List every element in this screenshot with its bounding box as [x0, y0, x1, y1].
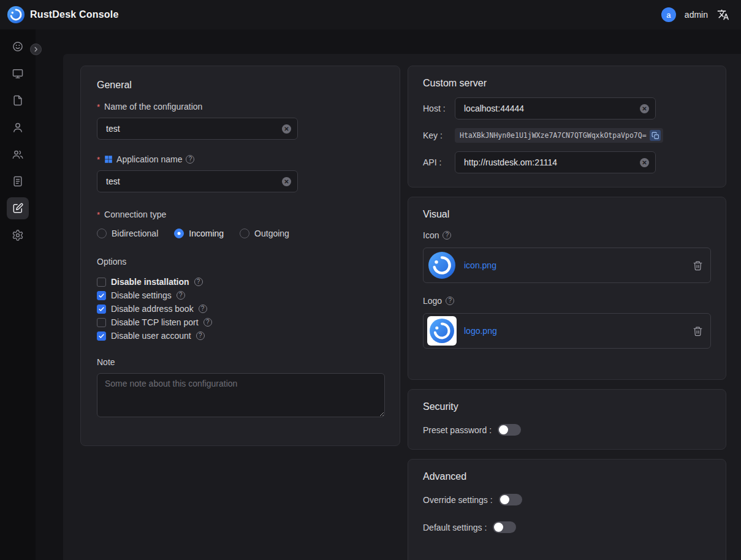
security-title: Security: [423, 401, 711, 412]
default-settings-toggle[interactable]: [493, 521, 516, 533]
logo-file-row: logo.png: [423, 313, 711, 349]
radio-dot[interactable]: [97, 229, 107, 238]
help-icon[interactable]: ?: [196, 331, 205, 340]
radio-dot[interactable]: [174, 229, 184, 238]
default-settings-row: Default settings :: [423, 521, 711, 533]
monitor-icon: [12, 67, 24, 80]
custom-server-card: Custom server Host : ✕ Key : HtaXBkJNHyn…: [408, 66, 726, 187]
toggle-knob: [499, 425, 508, 434]
edit-square-icon: [12, 202, 24, 214]
translate-icon[interactable]: [716, 8, 730, 21]
checkbox-box[interactable]: [97, 278, 106, 287]
checkbox-box[interactable]: [97, 331, 106, 341]
required-asterisk: *: [97, 210, 100, 219]
config-name-input-field[interactable]: [105, 123, 277, 134]
default-settings-label: Default settings :: [423, 523, 487, 532]
radio-incoming[interactable]: Incoming: [174, 229, 224, 238]
app-name-field-label: * Application name ?: [97, 154, 384, 164]
username[interactable]: admin: [685, 10, 708, 20]
host-input[interactable]: ✕: [455, 97, 656, 119]
note-label: Note: [97, 357, 384, 367]
app-title: RustDesk Console: [30, 9, 119, 20]
checkbox-disable-settings[interactable]: Disable settings ?: [97, 289, 384, 302]
clear-icon[interactable]: ✕: [640, 104, 649, 113]
clear-icon[interactable]: ✕: [640, 158, 649, 167]
icon-thumbnail: [427, 251, 457, 280]
application-name-input[interactable]: ✕: [97, 170, 298, 192]
help-icon[interactable]: ?: [446, 297, 454, 305]
icon-label: Icon ?: [423, 230, 711, 240]
api-input[interactable]: ✕: [455, 151, 656, 173]
help-icon[interactable]: ?: [194, 278, 203, 286]
copy-icon[interactable]: [650, 130, 661, 141]
windows-icon: [104, 155, 113, 164]
avatar[interactable]: a: [661, 7, 676, 22]
sidebar-item-audit[interactable]: [7, 170, 29, 192]
checkbox-disable-tcp-listen-port[interactable]: Disable TCP listen port ?: [97, 316, 384, 329]
user-icon: [12, 121, 24, 134]
preset-password-label: Preset password :: [423, 425, 492, 435]
key-value-pill: HtaXBkJNHyn0e1U1jWXze7A7CN7QTGWqxkOtpaVp…: [455, 128, 663, 143]
logo-file-link[interactable]: logo.png: [464, 326, 497, 336]
radio-bidirectional[interactable]: Bidirectional: [97, 229, 158, 238]
preset-password-row: Preset password :: [423, 424, 711, 436]
connection-type-label: * Connection type: [97, 210, 384, 219]
radio-dot[interactable]: [240, 229, 249, 238]
name-field-label: * Name of the configuration: [97, 102, 384, 112]
general-card: General * Name of the configuration ✕ * …: [80, 66, 400, 446]
toggle-knob: [494, 523, 503, 532]
sidebar-item-devices[interactable]: [7, 62, 29, 85]
api-input-field[interactable]: [463, 157, 635, 168]
sidebar-item-documents[interactable]: [7, 89, 29, 112]
toggle-knob: [500, 495, 509, 504]
right-column: Custom server Host : ✕ Key : HtaXBkJNHyn…: [408, 66, 726, 560]
help-icon[interactable]: ?: [199, 305, 207, 313]
checkbox-box[interactable]: [97, 291, 106, 300]
sidebar-item-groups[interactable]: [7, 143, 29, 165]
checkbox-disable-installation[interactable]: Disable installation ?: [97, 275, 384, 289]
smiley-icon: [12, 40, 24, 53]
help-icon[interactable]: ?: [177, 291, 185, 300]
sidebar-item-settings[interactable]: [7, 224, 29, 246]
preset-password-toggle[interactable]: [498, 424, 521, 436]
icon-file-link[interactable]: icon.png: [464, 260, 496, 270]
help-icon[interactable]: ?: [203, 318, 212, 327]
sidebar: [0, 29, 36, 560]
key-value: HtaXBkJNHyn0e1U1jWXze7A7CN7QTGWqxkOtpaVp…: [460, 131, 647, 140]
required-asterisk: *: [97, 102, 100, 112]
icon-file-row: icon.png: [423, 248, 711, 283]
radio-outgoing[interactable]: Outgoing: [240, 229, 289, 238]
logo-thumbnail: [427, 316, 457, 346]
advanced-title: Advanced: [423, 471, 711, 482]
host-input-field[interactable]: [463, 103, 635, 114]
connection-type-radios: Bidirectional Incoming Outgoing: [97, 229, 384, 238]
options-label: Options: [97, 257, 384, 267]
help-icon[interactable]: ?: [186, 155, 194, 164]
clear-icon[interactable]: ✕: [282, 124, 291, 134]
sidebar-item-dashboard[interactable]: [7, 36, 29, 58]
general-title: General: [97, 80, 384, 91]
main-content: General * Name of the configuration ✕ * …: [63, 54, 741, 560]
help-icon[interactable]: ?: [443, 231, 451, 240]
checkbox-box[interactable]: [97, 318, 106, 327]
options-list: Disable installation ? Disable settings …: [97, 275, 384, 342]
trash-icon[interactable]: [693, 326, 703, 336]
sidebar-item-configurations[interactable]: [7, 197, 29, 219]
clear-icon[interactable]: ✕: [282, 177, 291, 186]
note-textarea[interactable]: [97, 373, 385, 417]
override-settings-row: Override settings :: [423, 494, 711, 505]
brand: RustDesk Console: [7, 6, 119, 23]
key-label: Key :: [423, 131, 455, 140]
api-label: API :: [423, 157, 455, 167]
app-header: RustDesk Console a admin: [0, 0, 741, 29]
checkbox-box[interactable]: [97, 305, 106, 314]
application-name-input-field[interactable]: [105, 176, 277, 187]
sidebar-item-users[interactable]: [7, 116, 29, 138]
checkbox-disable-address-book[interactable]: Disable address book ?: [97, 302, 384, 316]
users-icon: [12, 148, 24, 161]
override-settings-toggle[interactable]: [499, 494, 522, 505]
checkbox-disable-user-account[interactable]: Disable user account ?: [97, 329, 384, 342]
trash-icon[interactable]: [693, 260, 703, 271]
config-name-input[interactable]: ✕: [97, 118, 298, 140]
sidebar-expand-button[interactable]: [30, 44, 42, 55]
